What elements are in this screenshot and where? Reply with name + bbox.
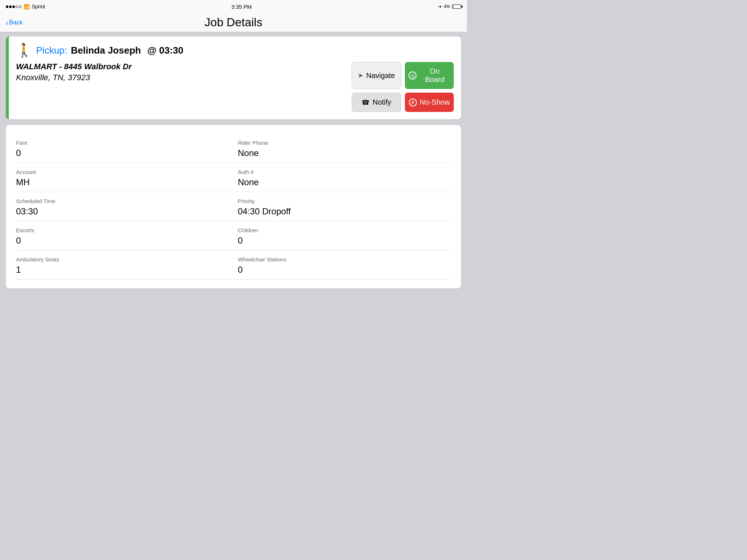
ambulatory-seats-cell: Ambulatory Seats 1 [16,250,233,280]
back-chevron-icon: ‹ [6,19,8,26]
auth-label: Auth # [238,169,446,175]
rider-phone-cell: Rider Phone None [233,134,451,163]
nav-bar: ‹ Back Job Details [0,13,467,32]
priority-label: Priority [238,198,446,204]
fare-label: Fare [16,140,225,146]
noshow-label: No-Show [420,98,450,106]
back-button[interactable]: ‹ Back [6,19,23,26]
pickup-actions: ➤ Navigate ◎ On Board ☎ Notify ✗ [352,62,454,112]
navigate-button[interactable]: ➤ Navigate [352,62,401,89]
pickup-address: WALMART - 8445 Walbrook Dr Knoxville, TN… [16,62,346,112]
scheduled-time-value: 03:30 [16,206,225,217]
details-card: Fare 0 Rider Phone None Account MH Auth … [6,125,461,288]
auth-cell: Auth # None [233,163,451,192]
back-label: Back [9,19,23,26]
address-line2: Knoxville, TN, 37923 [16,73,346,82]
status-bar: 📶 Sprint 3:35 PM ➔ 4% [0,0,467,13]
navigate-label: Navigate [366,71,395,80]
noshow-icon: ✗ [409,98,417,106]
address-line1: WALMART - 8445 Walbrook Dr [16,62,346,71]
rider-phone-value: None [238,148,446,158]
status-right: ➔ 4% [438,4,461,9]
phone-icon: ☎ [361,98,369,106]
status-time: 3:35 PM [231,4,252,10]
rider-name: Belinda Joseph [71,45,141,56]
children-value: 0 [238,236,446,246]
location-name: WALMART [16,62,57,71]
details-grid: Fare 0 Rider Phone None Account MH Auth … [16,134,451,280]
account-value: MH [16,177,225,187]
priority-cell: Priority 04:30 Dropoff [233,192,451,221]
battery-icon [452,4,461,9]
pickup-body: WALMART - 8445 Walbrook Dr Knoxville, TN… [9,62,461,119]
onboard-icon: ◎ [409,71,417,79]
battery-percentage: 4% [444,4,450,9]
scheduled-time-label: Scheduled Time [16,198,225,204]
action-row-bottom: ☎ Notify ✗ No-Show [352,93,454,112]
walk-icon: 🚶 [16,44,32,57]
pickup-header: 🚶 Pickup: Belinda Joseph @ 03:30 [9,36,461,62]
wheelchair-stations-label: Wheelchair Stations [238,256,446,262]
auth-value: None [238,177,446,187]
escorts-cell: Escorts 0 [16,221,233,250]
status-left: 📶 Sprint [6,4,45,9]
noshow-button[interactable]: ✗ No-Show [405,93,454,112]
pickup-card: 🚶 Pickup: Belinda Joseph @ 03:30 WALMART… [6,36,461,119]
children-cell: Children 0 [233,221,451,250]
main-content: 🚶 Pickup: Belinda Joseph @ 03:30 WALMART… [0,32,467,293]
scheduled-time-cell: Scheduled Time 03:30 [16,192,233,221]
action-row-top: ➤ Navigate ◎ On Board [352,62,454,89]
address-dash: - [59,62,62,71]
children-label: Children [238,227,446,233]
fare-value: 0 [16,148,225,158]
ambulatory-seats-label: Ambulatory Seats [16,256,225,262]
fare-cell: Fare 0 [16,134,233,163]
street-address: 8445 Walbrook Dr [64,62,132,71]
onboard-button[interactable]: ◎ On Board [405,62,454,89]
priority-value: 04:30 Dropoff [238,206,446,217]
carrier-label: Sprint [32,4,45,9]
signal-icon [6,5,22,8]
account-label: Account [16,169,225,175]
rider-phone-label: Rider Phone [238,140,446,146]
notify-label: Notify [372,98,391,106]
escorts-value: 0 [16,236,225,246]
navigate-icon: ➤ [358,71,363,79]
account-cell: Account MH [16,163,233,192]
escorts-label: Escorts [16,227,225,233]
wifi-icon: 📶 [24,4,30,9]
pickup-at: @ 03:30 [144,45,183,56]
wheelchair-stations-cell: Wheelchair Stations 0 [233,250,451,280]
location-icon: ➔ [438,4,442,9]
ambulatory-seats-value: 1 [16,265,225,275]
notify-button[interactable]: ☎ Notify [352,93,401,112]
page-title: Job Details [205,16,262,29]
wheelchair-stations-value: 0 [238,265,446,275]
onboard-label: On Board [419,67,450,84]
pickup-label: Pickup: [36,45,67,56]
